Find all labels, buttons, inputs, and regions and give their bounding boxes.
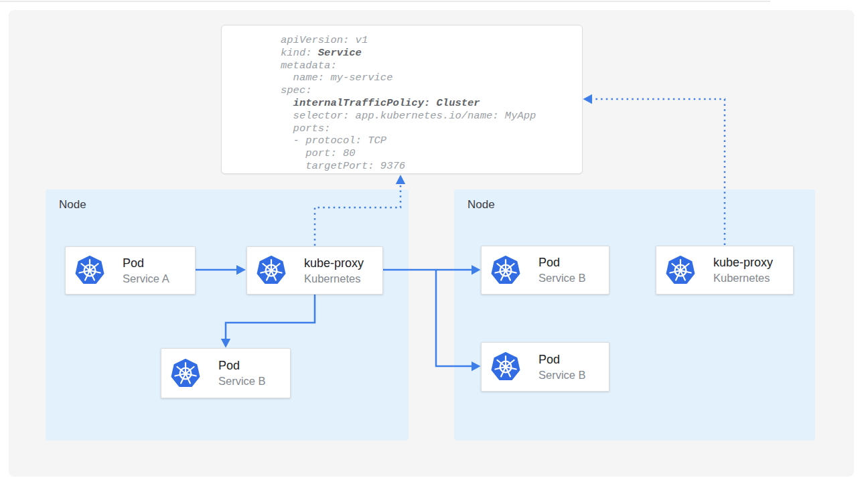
kubernetes-internal-traffic-diagram: Node Node xyxy=(0,0,868,488)
card-title: Pod xyxy=(123,255,169,271)
card-subtitle: Service B xyxy=(538,368,586,383)
card-title: kube-proxy xyxy=(713,254,773,270)
card-subtitle: Service B xyxy=(538,270,586,286)
card-title: Pod xyxy=(538,254,586,270)
kubernetes-logo-icon xyxy=(171,359,200,388)
node-box-left: Node xyxy=(46,189,409,440)
kube-proxy-card: kube-proxy Kubernetes xyxy=(656,246,794,295)
kubernetes-logo-icon xyxy=(491,352,520,382)
card-subtitle: Service B xyxy=(218,374,266,389)
pod-card: Pod Service B xyxy=(481,342,609,392)
top-divider-rule xyxy=(0,1,770,2)
kube-proxy-card: kube-proxy Kubernetes xyxy=(246,246,383,295)
pod-card: Pod Service B xyxy=(481,246,609,295)
kubernetes-logo-icon xyxy=(257,256,286,285)
pod-card: Pod Service B xyxy=(161,348,291,398)
pod-card: Pod Service A xyxy=(65,246,196,295)
node-box-right: Node xyxy=(454,189,815,440)
card-title: Pod xyxy=(538,351,586,368)
card-subtitle: Kubernetes xyxy=(713,270,773,286)
card-subtitle: Kubernetes xyxy=(304,271,364,287)
kubernetes-logo-icon xyxy=(666,256,695,285)
kubernetes-logo-icon xyxy=(491,256,520,285)
card-title: Pod xyxy=(218,357,266,374)
card-title: kube-proxy xyxy=(304,255,364,271)
service-yaml-panel: apiVersion: v1 kind: Service metadata: n… xyxy=(221,25,583,174)
kubernetes-logo-icon xyxy=(75,256,104,285)
node-label: Node xyxy=(59,198,86,212)
node-label: Node xyxy=(467,198,495,212)
card-subtitle: Service A xyxy=(123,271,169,287)
